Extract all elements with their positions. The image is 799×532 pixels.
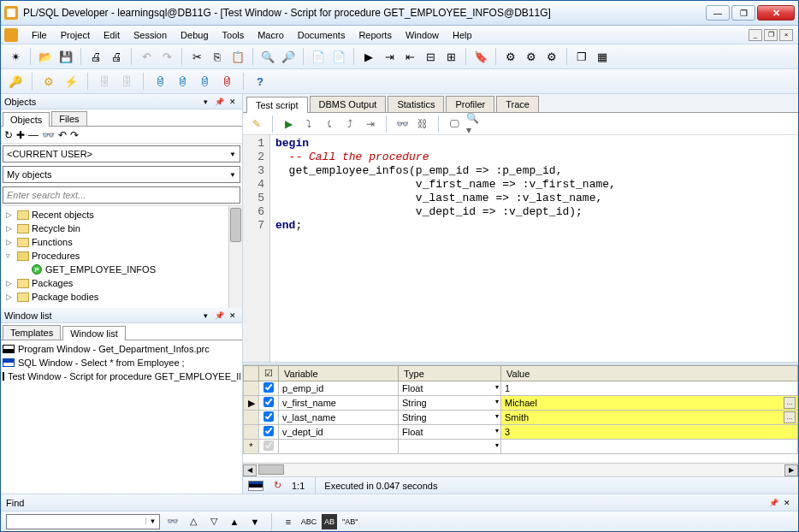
object-tree[interactable]: ▷Recent objects▷Recycle bin▷Functions▿Pr… [1, 205, 242, 308]
panel-close-icon[interactable]: ✕ [781, 497, 793, 509]
menu-session[interactable]: Session [127, 28, 174, 42]
find-ab-quote[interactable]: "AB" [342, 514, 358, 529]
tree-item[interactable]: ▷Recycle bin [3, 222, 227, 235]
find-input[interactable]: ▼ [6, 514, 160, 529]
db2-icon[interactable]: 🗄 [117, 72, 136, 91]
cut-icon[interactable]: ✂ [187, 47, 206, 66]
menu-help[interactable]: Help [446, 28, 479, 42]
query-icon[interactable]: 📄 [329, 47, 348, 66]
tile-icon[interactable]: ▦ [593, 47, 612, 66]
save-icon[interactable]: 💾 [56, 47, 75, 66]
execute-icon[interactable]: ▶ [359, 47, 378, 66]
remove-icon[interactable]: — [28, 129, 38, 141]
panel-dropdown-icon[interactable]: ▾ [199, 96, 211, 108]
find-last-icon[interactable]: ▼ [247, 514, 263, 529]
find-prev-icon[interactable]: △ [186, 514, 201, 529]
variable-value-cell[interactable]: Michael… [501, 396, 798, 411]
panel-pin-icon[interactable]: 📌 [213, 96, 225, 108]
tool1-icon[interactable]: ⚙ [501, 47, 520, 66]
find-abc2-icon[interactable]: AB [322, 514, 337, 529]
minimize-button[interactable]: — [706, 5, 730, 21]
value-ellipsis-button[interactable]: … [784, 397, 796, 409]
run-icon[interactable]: ▶ [280, 115, 297, 133]
nav-back-icon[interactable]: ↶ [58, 129, 67, 141]
column-header[interactable]: Type [399, 366, 501, 381]
key-icon[interactable]: 🔑 [6, 72, 25, 91]
user-combo[interactable]: <CURRENT USER> ▼ [3, 145, 240, 163]
new-icon[interactable]: ✴ [6, 47, 25, 66]
beautify-icon[interactable]: ✎ [248, 115, 265, 133]
tree-toggle-icon[interactable]: ▿ [6, 251, 15, 260]
variable-type-cell[interactable]: Float▾ [399, 425, 501, 440]
editor-tab-trace[interactable]: Trace [496, 96, 539, 112]
variable-row[interactable]: v_dept_idFloat▾3 [244, 425, 798, 440]
find-abc-icon[interactable]: ABC [301, 514, 317, 529]
windowlist-item[interactable]: SQL Window - Select * from Employee ; [3, 356, 240, 369]
scroll-left-icon[interactable]: ◀ [243, 464, 257, 476]
variable-checkbox[interactable] [263, 397, 274, 407]
step-over-icon[interactable]: ⤵ [300, 115, 317, 133]
tree-item[interactable]: ▿Procedures [3, 249, 227, 263]
help-icon[interactable]: ? [251, 72, 269, 91]
editor-tab-test-script[interactable]: Test script [246, 97, 308, 113]
screen-icon[interactable]: 🖵 [446, 115, 463, 133]
explain-icon[interactable]: 📄 [309, 47, 328, 66]
menu-tools[interactable]: Tools [216, 28, 252, 42]
binoculars-icon[interactable]: 👓 [42, 129, 55, 141]
objects-tab[interactable]: Objects [3, 112, 50, 127]
close-button[interactable]: ✕ [757, 5, 795, 21]
outdent-icon[interactable]: ⇤ [400, 47, 419, 66]
nav-fwd-icon[interactable]: ↷ [70, 129, 79, 141]
vars-hscrollbar[interactable]: ◀ ▶ [243, 463, 798, 476]
find-list-icon[interactable]: ≡ [281, 514, 296, 529]
panel-close-icon[interactable]: ✕ [227, 96, 239, 108]
zoom-icon[interactable]: 🔍▾ [466, 115, 483, 133]
variable-type-cell[interactable]: String▾ [399, 396, 501, 411]
paste-icon[interactable]: 📋 [228, 47, 247, 66]
tree-item[interactable]: ▷Functions [3, 235, 227, 249]
type-dropdown-icon[interactable]: ▾ [495, 427, 499, 434]
type-dropdown-icon[interactable]: ▾ [495, 412, 499, 420]
step-into-icon[interactable]: ⤹ [321, 115, 338, 133]
glasses-icon[interactable]: 👓 [394, 115, 411, 133]
mdi-close-button[interactable]: × [779, 29, 793, 41]
refresh-status-icon[interactable]: ↻ [274, 480, 281, 491]
open-icon[interactable]: 📂 [36, 47, 55, 66]
tree-item[interactable]: PGET_EMPLOYEE_INFOS [3, 263, 227, 276]
find-next-icon[interactable]: 🔎 [279, 47, 298, 66]
templates-tab[interactable]: Templates [3, 325, 61, 340]
copy-icon[interactable]: ⎘ [208, 47, 227, 66]
panel-pin-icon[interactable]: 📌 [767, 497, 779, 509]
windowlist-tab[interactable]: Window list [62, 326, 126, 340]
menu-documents[interactable]: Documents [291, 28, 352, 42]
filter-combo[interactable]: My objects ▼ [3, 166, 240, 183]
column-header[interactable]: Value [501, 366, 798, 381]
break-icon[interactable]: 🛢 [217, 72, 236, 91]
panel-pin-icon[interactable]: 📌 [213, 310, 225, 322]
menu-file[interactable]: File [25, 28, 54, 42]
variable-checkbox[interactable] [263, 382, 274, 393]
menu-project[interactable]: Project [54, 28, 97, 42]
value-ellipsis-button[interactable]: … [784, 411, 796, 423]
variables-grid[interactable]: ☑VariableTypeValuep_emp_idFloat▾1▶v_firs… [243, 365, 798, 463]
panel-dropdown-icon[interactable]: ▾ [199, 310, 211, 322]
menu-debug[interactable]: Debug [174, 28, 215, 42]
scroll-right-icon[interactable]: ▶ [784, 464, 798, 476]
print-setup-icon[interactable]: 🖨 [107, 47, 126, 66]
bookmark-icon[interactable]: 🔖 [471, 47, 490, 66]
menu-edit[interactable]: Edit [97, 28, 127, 42]
uncomment-icon[interactable]: ⊞ [441, 47, 460, 66]
tree-toggle-icon[interactable]: ▷ [6, 293, 15, 301]
column-header[interactable]: Variable [279, 366, 399, 381]
tree-toggle-icon[interactable]: ▷ [6, 210, 15, 219]
variable-row[interactable]: v_last_nameString▾Smith… [244, 411, 798, 425]
variable-checkbox[interactable] [263, 411, 274, 422]
tree-toggle-icon[interactable]: ▷ [6, 238, 15, 246]
tree-toggle-icon[interactable]: ▷ [6, 224, 15, 233]
add-icon[interactable]: ✚ [16, 129, 25, 141]
tree-item[interactable]: ▷Packages [3, 276, 227, 290]
type-dropdown-icon[interactable]: ▾ [495, 383, 499, 391]
code-content[interactable]: begin -- Call the procedure get_employee… [270, 135, 621, 362]
print-icon[interactable]: 🖨 [86, 47, 105, 66]
menu-window[interactable]: Window [399, 28, 446, 42]
